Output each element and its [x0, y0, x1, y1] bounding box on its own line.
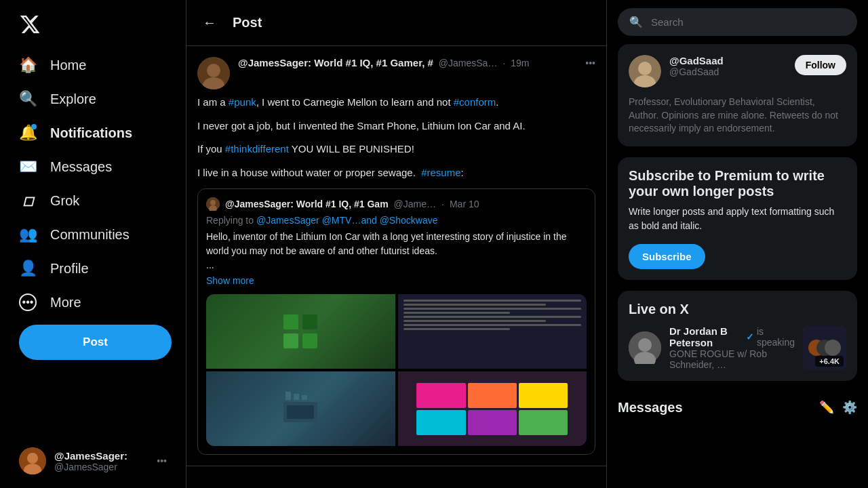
tweet-body-2: I never got a job, but I invented the Sm… — [197, 119, 595, 134]
svg-rect-11 — [283, 333, 298, 348]
live-speaker-name: Dr Jordan B Peterson ✓ is speaking — [669, 325, 795, 348]
svg-point-22 — [638, 338, 652, 352]
follow-account: @GadSaad @GadSaad Follow — [629, 55, 846, 87]
user-account-button[interactable]: @JamesSager: @JamesSager ••• — [8, 439, 178, 483]
show-more-link[interactable]: Show more — [206, 275, 587, 286]
explore-icon: 🔍 — [19, 90, 37, 108]
doc-line — [403, 320, 546, 322]
quoted-tweet[interactable]: @JamesSager: World #1 IQ, #1 Gam @Jame… … — [197, 188, 595, 455]
image-3 — [206, 371, 395, 446]
tweet-time: 19m — [511, 58, 529, 68]
messages-title: Messages — [618, 400, 683, 415]
thinkdifferent-link[interactable]: #thinkdifferent — [225, 143, 289, 155]
svg-rect-17 — [302, 395, 307, 400]
user-handle: @JamesSager — [54, 462, 149, 472]
x-logo[interactable] — [8, 5, 178, 45]
svg-rect-15 — [285, 392, 291, 400]
quoted-date: Mar 10 — [450, 199, 479, 209]
conform-link[interactable]: #conform — [454, 96, 496, 108]
tweet-container: @JamesSager: World #1 IQ, #1 Gamer, # @J… — [186, 46, 606, 466]
image-cell-4[interactable] — [398, 371, 587, 446]
doc-line — [403, 300, 582, 302]
messages-icons: ✏️ ⚙️ — [819, 400, 857, 415]
doc-line — [403, 316, 582, 318]
image-cell-3[interactable] — [206, 371, 395, 446]
doc-line — [403, 324, 582, 326]
post-button[interactable]: Post — [19, 325, 172, 360]
live-preview[interactable]: +6.4K — [803, 326, 846, 369]
quoted-avatar — [206, 197, 220, 211]
doc-line — [403, 304, 546, 306]
premium-description: Write longer posts and apply text format… — [629, 205, 846, 233]
back-button[interactable]: ← — [197, 9, 222, 36]
colorful-blocks — [416, 383, 568, 435]
right-sidebar: 🔍 @GadSaad @GadSaad Follow Professor, Ev… — [607, 0, 868, 488]
tweet-display-name: @JamesSager: World #1 IQ, #1 Gamer, # — [238, 57, 433, 68]
sidebar-label-explore: Explore — [50, 92, 96, 107]
main-nav: 🏠 Home 🔍 Explore 🔔 Notifications ✉️ Mess… — [8, 48, 178, 319]
image-cell-2[interactable] — [398, 294, 587, 369]
doc-line — [403, 312, 511, 314]
quoted-reply-to: Replying to @JamesSager @MTV…and @Shockw… — [206, 215, 587, 226]
tweet-body-1: I am a #punk, I went to Carnegie Mellon … — [197, 95, 595, 110]
search-bar[interactable]: 🔍 — [618, 8, 857, 36]
sidebar-label-messages: Messages — [50, 159, 112, 175]
follow-button[interactable]: Follow — [795, 55, 846, 75]
follow-card: @GadSaad @GadSaad Follow Professor, Evol… — [618, 44, 857, 146]
sidebar-item-explore[interactable]: 🔍 Explore — [8, 82, 178, 116]
punk-link[interactable]: #punk — [229, 96, 256, 108]
sidebar-item-communities[interactable]: 👥 Communities — [8, 218, 178, 251]
sidebar-item-profile[interactable]: 👤 Profile — [8, 251, 178, 285]
search-icon: 🔍 — [629, 16, 643, 28]
sidebar-item-more[interactable]: ••• More — [8, 285, 178, 319]
user-more-icon: ••• — [157, 455, 167, 466]
notification-dot — [31, 124, 37, 129]
image-grid — [206, 294, 587, 446]
sidebar-label-notifications: Notifications — [50, 125, 132, 141]
new-message-icon[interactable]: ✏️ — [819, 400, 834, 415]
subscribe-button[interactable]: Subscribe — [629, 244, 705, 269]
quoted-mention-1[interactable]: @JamesSager — [256, 215, 319, 226]
tweet-handle: @JamesSa… — [439, 58, 498, 68]
svg-rect-10 — [302, 314, 317, 329]
color-block — [519, 383, 568, 408]
image-cell-1[interactable] — [206, 294, 395, 369]
follow-name: @GadSaad — [669, 55, 787, 66]
quoted-handle: @Jame… — [394, 199, 436, 209]
tweet-avatar[interactable] — [197, 57, 230, 89]
tweet-author-row: @JamesSager: World #1 IQ, #1 Gamer, # @J… — [197, 57, 595, 89]
quoted-display-name: @JamesSager: World #1 IQ, #1 Gam — [225, 199, 389, 209]
live-card: Live on X Dr Jordan B Peterson ✓ is spea… — [618, 291, 857, 381]
more-icon: ••• — [19, 293, 37, 311]
live-item[interactable]: Dr Jordan B Peterson ✓ is speaking GONE … — [629, 325, 846, 370]
sidebar-item-messages[interactable]: ✉️ Messages — [8, 150, 178, 184]
settings-icon[interactable]: ⚙️ — [842, 400, 857, 415]
sidebar-item-notifications[interactable]: 🔔 Notifications — [8, 116, 178, 150]
live-title: Live on X — [629, 302, 846, 317]
sidebar-label-profile: Profile — [50, 261, 89, 277]
quoted-body: Hello, inventor of the Lithium Ion Car w… — [206, 230, 587, 258]
tweet-more-button[interactable]: ••• — [585, 58, 595, 68]
post-header: ← Post — [186, 0, 606, 46]
page-title: Post — [233, 15, 262, 30]
resume-link[interactable]: #resume — [421, 167, 460, 178]
svg-rect-16 — [294, 394, 299, 400]
sidebar-item-grok[interactable]: ◻ Grok — [8, 184, 178, 218]
quoted-ellipsis: ... — [206, 258, 587, 272]
color-block — [468, 383, 517, 408]
sidebar-label-more: More — [50, 295, 81, 310]
svg-point-7 — [210, 200, 216, 205]
image-1 — [206, 294, 395, 369]
profile-icon: 👤 — [19, 260, 37, 277]
communities-icon: 👥 — [19, 226, 37, 243]
svg-point-4 — [207, 64, 220, 77]
back-arrow-icon: ← — [203, 15, 216, 30]
quoted-mention-2[interactable]: @MTV…and — [322, 215, 377, 226]
sidebar-item-home[interactable]: 🏠 Home — [8, 48, 178, 82]
svg-point-19 — [638, 62, 652, 75]
quoted-header: @JamesSager: World #1 IQ, #1 Gam @Jame… … — [206, 197, 587, 211]
messages-bar: Messages ✏️ ⚙️ — [618, 392, 857, 424]
search-input[interactable] — [651, 16, 846, 28]
quoted-mention-3[interactable]: @Shockwave — [380, 215, 438, 226]
notifications-icon: 🔔 — [19, 124, 37, 142]
